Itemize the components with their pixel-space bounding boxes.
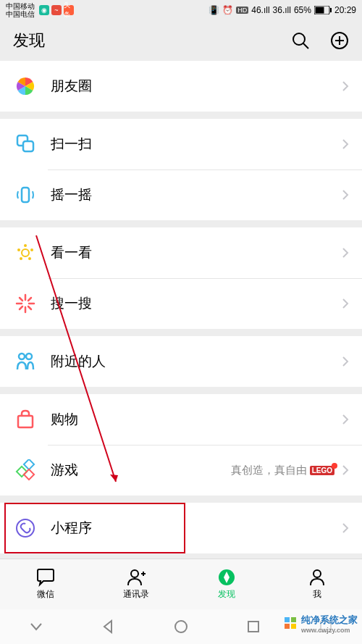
scan-icon: [13, 132, 38, 156]
tabbar: 微信 通讯录 发现 我: [0, 559, 362, 609]
carrier-2: 中国电信: [6, 10, 35, 18]
miniprogram-icon: [13, 516, 38, 540]
cell-label: 附近的人: [51, 352, 342, 371]
tab-contacts[interactable]: 通讯录: [90, 559, 181, 609]
svg-line-23: [28, 298, 31, 301]
chevron-right-icon: [342, 80, 349, 92]
svg-point-38: [313, 570, 321, 577]
app-badge-icon: 头条: [64, 5, 74, 15]
search-icon[interactable]: [291, 31, 310, 50]
battery-icon: [314, 6, 332, 14]
chevron-right-icon: [342, 189, 349, 201]
vibrate-icon: 📳: [209, 5, 219, 15]
svg-rect-10: [22, 188, 29, 202]
status-bar: 中国移动 中国电信 ◉ ~ 头条 📳 ⏰ HD 46.ıll 36.ıll 65…: [0, 0, 362, 20]
signal-2: 36.ıll: [273, 5, 291, 15]
alarm-icon: ⏰: [222, 5, 233, 15]
chevron-right-icon: [342, 522, 349, 534]
cell-label: 游戏: [51, 461, 231, 480]
svg-rect-9: [23, 141, 33, 151]
svg-point-11: [22, 249, 29, 256]
hd-icon: HD: [236, 7, 248, 14]
svg-point-31: [17, 519, 34, 537]
svg-point-15: [20, 257, 22, 260]
watermark-logo-icon: [284, 616, 298, 631]
tab-chat[interactable]: 微信: [0, 559, 90, 609]
games-extra: 真创造，真自由 LEGO: [231, 464, 334, 477]
svg-point-3: [293, 33, 305, 45]
cell-shake[interactable]: 摇一摇: [0, 170, 362, 220]
shake-icon: [13, 183, 38, 207]
cell-label: 朋友圈: [51, 77, 342, 96]
tab-discover[interactable]: 发现: [181, 559, 272, 609]
svg-point-14: [28, 257, 31, 260]
clock: 20:29: [334, 5, 356, 15]
cell-label: 小程序: [51, 519, 342, 538]
tab-me[interactable]: 我: [272, 559, 362, 609]
moments-icon: [13, 74, 38, 99]
add-icon[interactable]: [330, 31, 349, 50]
chevron-right-icon: [342, 247, 349, 259]
content: 朋友圈 扫一扫 摇一摇 看一看: [0, 61, 362, 553]
svg-rect-1: [315, 7, 324, 14]
nearby-icon: [13, 349, 38, 374]
svg-line-4: [303, 43, 308, 49]
tab-label: 我: [313, 588, 321, 601]
cell-nearby[interactable]: 附近的人: [0, 336, 362, 387]
svg-rect-28: [24, 459, 34, 469]
tab-label: 通讯录: [123, 588, 149, 601]
cell-moments[interactable]: 朋友圈: [0, 61, 362, 112]
search-feature-icon: [13, 291, 38, 316]
cell-label: 扫一扫: [51, 135, 342, 154]
svg-point-34: [131, 570, 138, 577]
svg-rect-45: [291, 624, 296, 629]
svg-rect-27: [18, 416, 33, 427]
svg-rect-42: [285, 617, 290, 622]
svg-rect-2: [330, 8, 332, 12]
nav-down-icon[interactable]: [29, 619, 43, 634]
cell-label: 搜一搜: [51, 294, 342, 313]
watermark: 纯净系统之家 www.cwjzy.com: [284, 614, 358, 634]
svg-line-22: [28, 306, 31, 309]
cell-label: 购物: [51, 410, 342, 429]
nav-back-icon[interactable]: [101, 619, 116, 634]
lego-badge: LEGO: [310, 466, 334, 475]
chevron-right-icon: [342, 298, 349, 309]
games-icon: [13, 458, 38, 482]
svg-point-25: [19, 354, 25, 359]
tab-label: 微信: [37, 588, 54, 601]
svg-point-16: [17, 248, 20, 251]
shopping-icon: [13, 407, 38, 432]
cell-shopping[interactable]: 购物: [0, 394, 362, 445]
top-stories-icon: [13, 241, 38, 265]
chevron-right-icon: [342, 464, 349, 476]
cell-search-feature[interactable]: 搜一搜: [0, 278, 362, 329]
svg-line-21: [20, 298, 22, 301]
cell-top-stories[interactable]: 看一看: [0, 227, 362, 278]
app-badge-icon: ~: [51, 5, 62, 15]
svg-point-26: [26, 354, 32, 359]
cell-games[interactable]: 游戏 真创造，真自由 LEGO: [0, 445, 362, 495]
svg-line-24: [20, 306, 22, 309]
header: 发现: [0, 20, 362, 61]
svg-point-39: [175, 621, 187, 632]
nav-home-icon[interactable]: [174, 619, 188, 634]
cell-label: 摇一摇: [51, 185, 342, 204]
page-title: 发现: [13, 30, 45, 51]
svg-rect-40: [248, 622, 258, 632]
tab-label: 发现: [218, 588, 235, 601]
svg-point-12: [24, 244, 27, 247]
chevron-right-icon: [342, 414, 349, 425]
nav-recent-icon[interactable]: [246, 619, 261, 634]
chevron-right-icon: [342, 356, 349, 367]
signal-1: 46.ıll: [251, 5, 269, 15]
svg-rect-44: [285, 624, 290, 629]
carrier-1: 中国移动: [6, 2, 35, 10]
app-badge-icon: ◉: [39, 5, 49, 15]
cell-label: 看一看: [51, 243, 342, 262]
cell-miniprogram[interactable]: 小程序: [0, 503, 362, 553]
chevron-right-icon: [342, 138, 349, 150]
battery-percent: 65%: [294, 5, 311, 15]
svg-rect-43: [291, 617, 296, 622]
cell-scan[interactable]: 扫一扫: [0, 119, 362, 170]
